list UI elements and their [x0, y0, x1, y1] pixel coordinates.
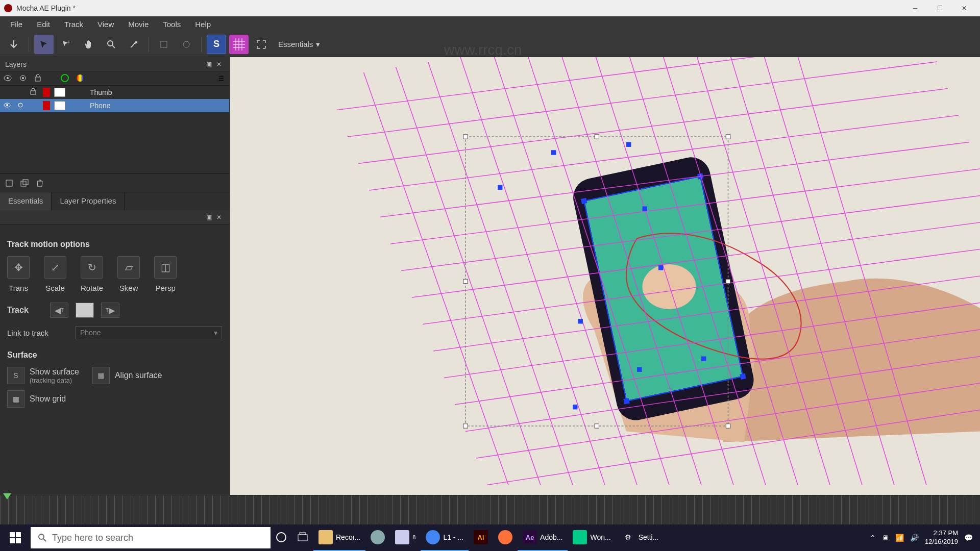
lock-toggle[interactable] [30, 101, 39, 110]
select-tool[interactable] [34, 35, 54, 54]
track-forward-button[interactable]: T▶ [101, 303, 119, 318]
track-opt-skew[interactable]: ▱Skew [117, 256, 140, 292]
lock-toggle[interactable] [30, 88, 39, 97]
circle-tool[interactable] [177, 35, 196, 54]
taskbar-item-mail[interactable]: 8 [390, 524, 421, 551]
menu-view[interactable]: View [91, 18, 120, 31]
gear-column-icon[interactable] [18, 73, 29, 84]
taskbar-item-wondershare[interactable]: Won... [568, 524, 616, 551]
viewport[interactable]: www.rrcg.cn [230, 57, 980, 495]
duplicate-layer-button[interactable] [19, 178, 30, 188]
notifications-icon[interactable]: 💬 [964, 534, 973, 542]
timeline-ruler[interactable] [0, 495, 980, 526]
align-surface-button[interactable]: ▦ Align surface [92, 367, 162, 384]
expand-tool[interactable] [252, 35, 271, 54]
clock-time: 2:37 PM [925, 529, 958, 538]
maximize-button[interactable]: ☐ [928, 0, 951, 16]
menu-track[interactable]: Track [58, 18, 89, 31]
taskbar-item-recorder[interactable]: Recor... [313, 524, 365, 551]
task-view-button[interactable] [292, 524, 313, 551]
layer-color-swatch[interactable] [43, 101, 50, 110]
panel-undock-button[interactable]: ▣ [204, 212, 214, 222]
cortana-button[interactable] [271, 524, 292, 551]
track-stop-button[interactable] [76, 303, 94, 318]
taskbar-item-illustrator[interactable]: Ai [469, 524, 493, 551]
track-opt-trans[interactable]: ✥Trans [7, 256, 30, 292]
spline-color-icon[interactable] [60, 73, 70, 84]
hand-tool[interactable] [79, 35, 99, 54]
show-surface-toggle[interactable]: S Show surface(tracking data) [7, 367, 79, 384]
gear-toggle[interactable] [16, 88, 26, 97]
timeline[interactable] [0, 495, 980, 525]
rect-tool[interactable] [154, 35, 174, 54]
tray-volume-icon[interactable]: 🔊 [910, 534, 919, 542]
panel-close-button[interactable]: ✕ [214, 212, 224, 222]
folder-icon [318, 530, 333, 544]
matte-color-icon[interactable] [76, 73, 86, 84]
menu-tools[interactable]: Tools [157, 18, 187, 31]
delete-layer-button[interactable] [35, 178, 45, 188]
tab-essentials[interactable]: Essentials [0, 192, 52, 210]
svg-rect-63 [463, 135, 468, 139]
visibility-toggle[interactable] [3, 88, 12, 97]
new-layer-button[interactable] [4, 178, 14, 188]
xspline-tool[interactable]: x [124, 35, 143, 54]
track-opt-persp[interactable]: ◫Persp [154, 256, 177, 292]
zoom-tool[interactable] [102, 35, 121, 54]
menu-edit[interactable]: Edit [31, 18, 56, 31]
svg-line-33 [337, 57, 926, 110]
translate-icon: ✥ [7, 256, 30, 279]
show-grid-toggle[interactable]: ▦ Show grid [7, 390, 66, 408]
svg-rect-75 [658, 265, 663, 270]
tray-display-icon[interactable]: 🖥 [882, 534, 889, 542]
taskbar-item-firefox[interactable] [493, 524, 518, 551]
visibility-column-icon[interactable] [3, 73, 13, 84]
tray-network-icon[interactable]: 📶 [895, 534, 904, 542]
track-opt-scale[interactable]: ⤢Scale [44, 256, 66, 292]
layers-title: Layers [5, 60, 27, 68]
separator [149, 37, 149, 52]
layer-matte-swatch[interactable] [54, 101, 65, 110]
gear-toggle[interactable] [16, 101, 26, 110]
layer-buttons [0, 173, 229, 192]
layer-row-phone[interactable]: Phone [0, 99, 229, 112]
layers-menu-button[interactable]: ☰ [216, 73, 226, 84]
search-box[interactable]: Type here to search [31, 527, 271, 548]
menu-file[interactable]: File [4, 18, 29, 31]
visibility-toggle[interactable] [3, 101, 12, 110]
window-title: Mocha AE Plugin * [16, 4, 903, 12]
taskbar-item-app2[interactable] [365, 524, 390, 551]
add-point-tool[interactable]: + [57, 35, 76, 54]
tab-layer-properties[interactable]: Layer Properties [52, 192, 125, 210]
canvas[interactable] [230, 57, 980, 495]
link-to-track-dropdown[interactable]: Phone▾ [76, 326, 222, 339]
lock-column-icon[interactable] [34, 73, 44, 84]
grid-tool[interactable] [229, 35, 249, 54]
svg-point-84 [39, 534, 44, 539]
system-tray[interactable]: ⌃ 🖥 📶 🔊 2:37 PM 12/16/2019 💬 [863, 529, 980, 546]
track-backward-button[interactable]: ◀T [50, 303, 68, 318]
save-tool[interactable] [4, 35, 23, 54]
playhead[interactable] [3, 493, 11, 499]
surface-tool[interactable]: S [207, 35, 226, 54]
menu-movie[interactable]: Movie [122, 18, 155, 31]
panel-close-button[interactable]: ✕ [214, 59, 224, 69]
show-surface-label: Show surface [30, 367, 79, 377]
track-opt-label: Trans [9, 284, 28, 292]
menu-help[interactable]: Help [189, 18, 217, 31]
start-button[interactable] [0, 524, 31, 551]
layer-row-thumb[interactable]: Thumb [0, 86, 229, 99]
clock[interactable]: 2:37 PM 12/16/2019 [925, 529, 958, 546]
taskbar-item-after-effects[interactable]: AeAdob... [518, 524, 568, 551]
taskbar-label: Recor... [336, 533, 360, 541]
taskbar-item-settings[interactable]: ⚙Setti... [616, 524, 664, 551]
track-opt-rotate[interactable]: ↻Rotate [81, 256, 103, 292]
workspace-dropdown[interactable]: Essentials▾ [274, 38, 324, 51]
layer-color-swatch[interactable] [43, 88, 50, 97]
minimize-button[interactable]: ─ [903, 0, 927, 16]
layer-matte-swatch[interactable] [54, 88, 65, 97]
close-button[interactable]: ✕ [952, 0, 976, 16]
taskbar-item-chrome[interactable]: L1 - ... [421, 524, 469, 551]
tray-chevron-icon[interactable]: ⌃ [870, 534, 876, 542]
panel-undock-button[interactable]: ▣ [204, 59, 214, 69]
